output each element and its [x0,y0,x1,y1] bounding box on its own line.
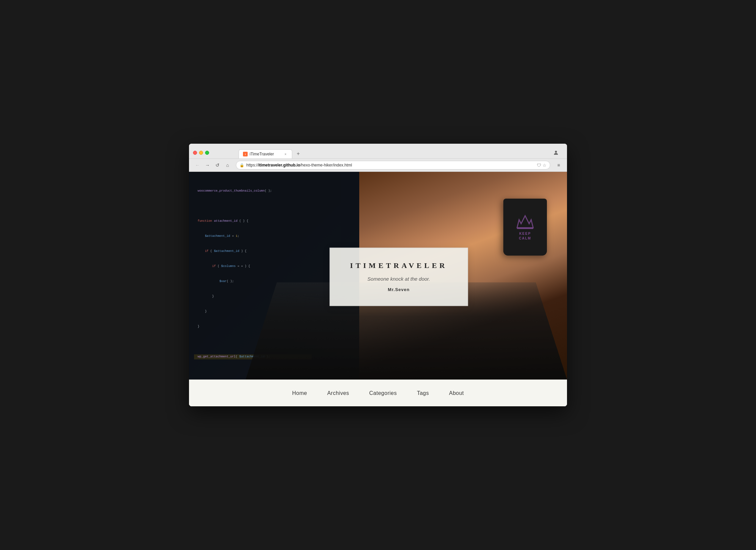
hero-section: woocommerce_product_thumbnails_column( )… [189,172,567,380]
mug-text: KEEPCALM [519,231,531,241]
svg-rect-2 [517,228,533,229]
nav-item-archives[interactable]: Archives [327,390,349,396]
tab-title: iTimeTraveler [250,152,281,156]
nav-link-categories[interactable]: Categories [369,390,397,396]
nav-item-about[interactable]: About [449,390,464,396]
nav-link-about[interactable]: About [449,390,464,396]
traffic-lights [193,151,209,155]
security-icon: 🔒 [240,163,244,167]
maximize-window-button[interactable] [205,151,209,155]
shield-icon: 🛡 [537,163,541,168]
nav-link-archives[interactable]: Archives [327,390,349,396]
back-button[interactable]: ← [193,161,202,169]
menu-button[interactable]: ≡ [554,161,563,169]
tab-bar: i iTimeTraveler × + [212,149,323,158]
active-tab[interactable]: i iTimeTraveler × [239,149,292,158]
address-bar[interactable]: 🔒 https://itimetraveler.github.io/hexo-t… [236,161,550,169]
tab-favicon: i [243,152,248,156]
url-path: /hexo-theme-hiker/index.html [300,163,352,167]
home-button[interactable]: ⌂ [223,161,232,169]
page-content: woocommerce_product_thumbnails_column( )… [189,172,567,406]
nav-link-tags[interactable]: Tags [417,390,429,396]
nav-items-list: Home Archives Categories Tags About [292,390,464,396]
site-title: ITIMETRAVELER [350,261,448,270]
close-window-button[interactable] [193,151,197,155]
svg-marker-1 [517,216,533,228]
browser-toolbar: ← → ↺ ⌂ 🔒 https://itimetraveler.github.i… [189,158,567,171]
new-tab-button[interactable]: + [294,149,303,158]
nav-link-home[interactable]: Home [292,390,307,396]
forward-button[interactable]: → [203,161,212,169]
site-navigation: Home Archives Categories Tags About [189,380,567,406]
tab-close-button[interactable]: × [283,152,288,156]
nav-item-tags[interactable]: Tags [417,390,429,396]
nav-item-categories[interactable]: Categories [369,390,397,396]
toolbar-right-actions: ≡ [554,161,563,169]
reload-button[interactable]: ↺ [213,161,222,169]
mug-crown-icon [515,213,535,230]
url-display: https://itimetraveler.github.io/hexo-the… [246,163,535,167]
address-bar-actions: 🛡 ☆ [537,163,547,168]
browser-window: i iTimeTraveler × + ← → ↺ ⌂ [189,144,567,406]
coffee-mug: KEEPCALM [503,199,547,256]
hero-author: Mr.Seven [350,287,448,292]
url-prefix: https:// [246,163,258,167]
browser-chrome: i iTimeTraveler × + ← → ↺ ⌂ [189,144,567,172]
hero-card: ITIMETRAVELER Someone knock at the door.… [330,248,468,306]
minimize-window-button[interactable] [199,151,203,155]
bookmark-star-icon[interactable]: ☆ [543,163,547,168]
nav-item-home[interactable]: Home [292,390,307,396]
url-domain: itimetraveler.github.io [258,163,300,167]
browser-titlebar: i iTimeTraveler × + [189,144,567,158]
browser-user-button[interactable] [552,148,560,157]
hero-subtitle: Someone knock at the door. [350,276,448,282]
svg-point-0 [555,151,557,153]
